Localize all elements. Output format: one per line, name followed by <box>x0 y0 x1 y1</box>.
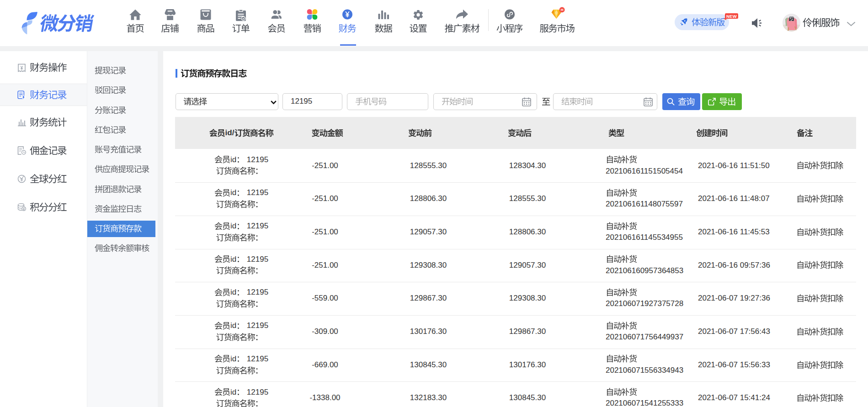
svg-text:H: H <box>561 8 564 12</box>
